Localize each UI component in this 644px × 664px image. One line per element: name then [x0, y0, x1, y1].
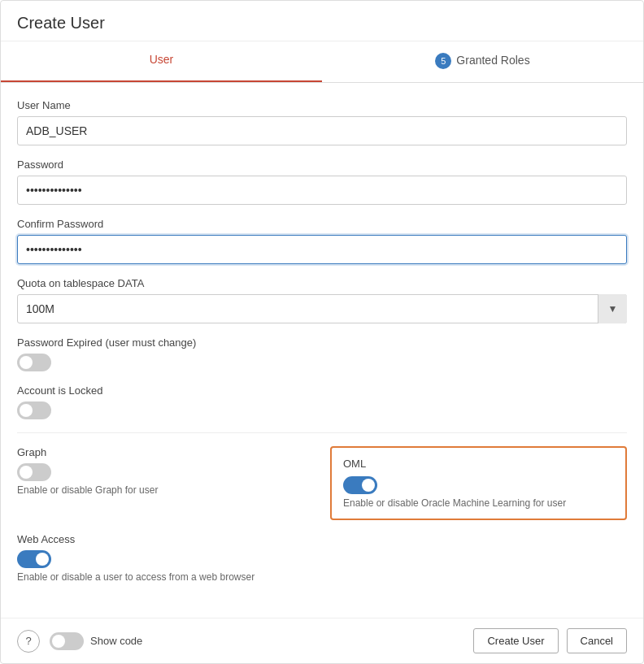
password-expired-slider [17, 354, 51, 371]
confirm-password-input[interactable] [17, 235, 627, 264]
oml-section: OML Enable or disable Oracle Machine Lea… [330, 446, 627, 520]
tabs-container: User 5Granted Roles [1, 41, 643, 83]
web-access-label: Web Access [17, 533, 627, 545]
username-input[interactable] [17, 116, 627, 145]
divider [17, 432, 627, 433]
show-code-slider [50, 632, 84, 650]
confirm-password-label: Confirm Password [17, 218, 627, 230]
tab-user[interactable]: User [1, 41, 322, 82]
dialog-body: User Name Password Confirm Password Quot… [1, 83, 643, 618]
password-input[interactable] [17, 176, 627, 205]
account-locked-slider [17, 401, 51, 419]
dialog-footer: ? Show code Create User Cancel [1, 618, 643, 663]
quota-select[interactable]: 100M 200M 500M 1G UNLIMITED [17, 294, 627, 323]
confirm-password-group: Confirm Password [17, 218, 627, 264]
dialog-header: Create User [1, 1, 643, 41]
web-access-toggle[interactable] [17, 550, 51, 568]
show-code-section: Show code [50, 632, 142, 650]
password-expired-toggle[interactable] [17, 354, 51, 371]
account-locked-label: Account is Locked [17, 384, 627, 397]
footer-right: Create User Cancel [473, 628, 627, 653]
help-button[interactable]: ? [17, 630, 40, 653]
oml-toggle[interactable] [343, 476, 377, 494]
oml-label: OML [343, 458, 614, 470]
tab-granted-roles-badge: 5 [435, 53, 451, 69]
password-group: Password [17, 158, 627, 205]
help-icon: ? [25, 635, 31, 647]
web-access-hint: Enable or disable a user to access from … [17, 571, 627, 583]
tab-user-label: User [150, 53, 174, 66]
footer-left: ? Show code [17, 630, 142, 653]
oml-hint: Enable or disable Oracle Machine Learnin… [343, 497, 614, 509]
graph-hint: Enable or disable Graph for user [17, 484, 314, 496]
tab-granted-roles[interactable]: 5Granted Roles [322, 41, 643, 82]
show-code-label: Show code [90, 635, 142, 647]
account-locked-group: Account is Locked [17, 384, 627, 419]
quota-label: Quota on tablespace DATA [17, 277, 627, 289]
quota-select-wrapper: 100M 200M 500M 1G UNLIMITED ▼ [17, 294, 627, 323]
quota-group: Quota on tablespace DATA 100M 200M 500M … [17, 277, 627, 323]
web-access-group: Web Access Enable or disable a user to a… [17, 533, 627, 583]
password-expired-group: Password Expired (user must change) [17, 336, 627, 371]
create-user-button[interactable]: Create User [473, 628, 558, 653]
username-group: User Name [17, 99, 627, 145]
oml-slider [343, 476, 377, 494]
password-label: Password [17, 158, 627, 171]
username-label: User Name [17, 99, 627, 111]
tab-granted-roles-label: Granted Roles [456, 54, 529, 67]
graph-toggle[interactable] [17, 463, 51, 481]
dialog-title: Create User [17, 14, 627, 33]
account-locked-toggle[interactable] [17, 401, 51, 419]
graph-section: Graph Enable or disable Graph for user [17, 446, 314, 520]
cancel-button[interactable]: Cancel [567, 628, 627, 653]
two-col-section: Graph Enable or disable Graph for user O… [17, 446, 627, 520]
graph-label: Graph [17, 446, 314, 458]
graph-slider [17, 463, 51, 481]
show-code-toggle[interactable] [50, 632, 84, 650]
password-expired-label: Password Expired (user must change) [17, 336, 627, 349]
web-access-slider [17, 550, 51, 568]
